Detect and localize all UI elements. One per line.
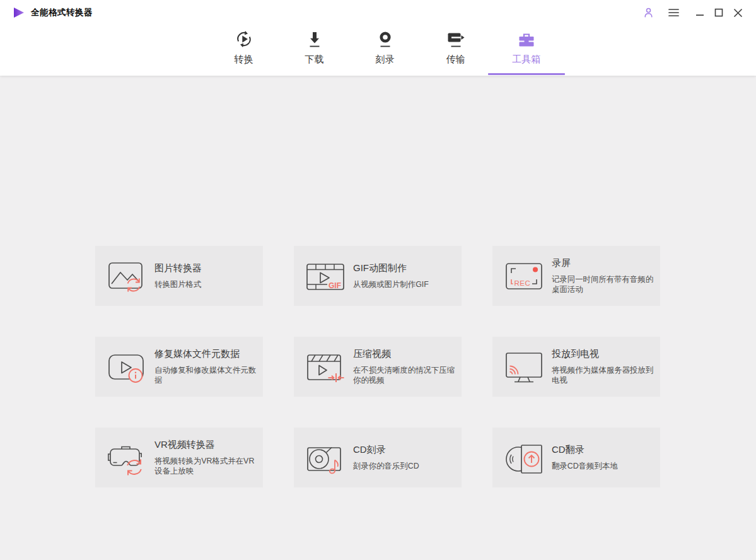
tab-convert-label: 转换 — [235, 54, 253, 66]
tab-download-label: 下载 — [305, 54, 324, 66]
tool-card-vr-converter[interactable]: VR视频转换器 将视频转换为VR格式并在VR设备上放映 — [95, 428, 263, 487]
tool-description: 记录同一时间所有带有音频的桌面活动 — [552, 275, 654, 295]
tool-card-text: VR视频转换器 将视频转换为VR格式并在VR设备上放映 — [154, 439, 257, 476]
tab-transfer-label: 传输 — [446, 54, 465, 66]
titlebar: 全能格式转换器 — [0, 0, 756, 25]
tool-title: VR视频转换器 — [154, 439, 257, 451]
tool-card-text: 压缩视频 在不损失清晰度的情况下压缩你的视频 — [353, 348, 455, 385]
tool-card-text: 投放到电视 将视频作为媒体服务器投放到电视 — [552, 348, 654, 385]
tool-description: 将视频转换为VR格式并在VR设备上放映 — [154, 457, 257, 476]
screen-record-icon: REC — [504, 256, 544, 296]
convert-icon — [235, 30, 253, 49]
tool-description: 转换图片格式 — [154, 280, 202, 290]
burn-icon — [376, 30, 395, 49]
close-icon[interactable] — [730, 4, 746, 21]
tool-card-text: 图片转换器 转换图片格式 — [154, 262, 202, 290]
header: 全能格式转换器 — [0, 0, 756, 76]
tool-card-text: 修复媒体文件元数据 自动修复和修改媒体文件元数据 — [154, 348, 257, 385]
tool-card-screen-record[interactable]: REC 录屏 记录同一时间所有带有音频的桌面活动 — [492, 246, 660, 306]
tool-card-text: CD刻录 刻录你的音乐到CD — [353, 444, 419, 472]
tab-burn-label: 刻录 — [376, 54, 395, 66]
main-nav: 转换 下载 刻录 — [0, 25, 756, 76]
tab-convert[interactable]: 转换 — [209, 25, 279, 76]
tool-description: 刻录你的音乐到CD — [353, 462, 419, 472]
tool-card-text: CD翻录 翻录CD音频到本地 — [552, 444, 618, 472]
menu-icon[interactable] — [665, 4, 682, 21]
svg-text:GIF: GIF — [329, 281, 341, 290]
tool-card-cast-to-tv[interactable]: 投放到电视 将视频作为媒体服务器投放到电视 — [492, 337, 660, 397]
tool-title: 修复媒体文件元数据 — [154, 348, 257, 360]
tab-transfer[interactable]: 传输 — [421, 25, 491, 76]
tab-burn[interactable]: 刻录 — [350, 25, 421, 76]
toolbox-icon — [517, 30, 536, 49]
cd-burn-icon — [305, 438, 346, 478]
fix-metadata-icon — [107, 347, 147, 387]
tool-title: 投放到电视 — [552, 348, 654, 360]
tool-description: 在不损失清晰度的情况下压缩你的视频 — [353, 366, 455, 385]
nav-tabs: 转换 下载 刻录 — [209, 25, 562, 76]
toolbox-panel: 图片转换器 转换图片格式 GIF GIF动图制作 从视频或图片制作GIF — [0, 76, 756, 560]
tool-description: 自动修复和修改媒体文件元数据 — [154, 366, 257, 385]
tool-title: CD刻录 — [353, 444, 419, 456]
tool-description: 从视频或图片制作GIF — [353, 280, 429, 290]
tab-download[interactable]: 下载 — [279, 25, 350, 76]
gif-maker-icon: GIF — [305, 256, 346, 296]
app-title: 全能格式转换器 — [31, 7, 93, 18]
vr-converter-icon — [107, 438, 147, 478]
cast-to-tv-icon — [504, 347, 544, 387]
app-logo-icon — [13, 6, 25, 19]
image-converter-icon — [107, 256, 147, 296]
compress-video-icon — [305, 347, 346, 387]
download-icon — [305, 30, 324, 49]
tool-description: 翻录CD音频到本地 — [552, 462, 618, 472]
tool-title: 录屏 — [552, 257, 654, 269]
tool-card-gif-maker[interactable]: GIF GIF动图制作 从视频或图片制作GIF — [294, 246, 462, 306]
minimize-icon[interactable] — [692, 4, 708, 21]
tool-card-text: 录屏 记录同一时间所有带有音频的桌面活动 — [552, 257, 654, 295]
transfer-icon — [446, 30, 465, 49]
tool-title: 图片转换器 — [154, 262, 202, 274]
tab-toolbox[interactable]: 工具箱 — [491, 25, 562, 76]
tool-title: CD翻录 — [552, 444, 618, 456]
tool-card-image-converter[interactable]: 图片转换器 转换图片格式 — [95, 246, 263, 306]
active-tab-underline — [488, 73, 565, 75]
tool-card-cd-burn[interactable]: CD刻录 刻录你的音乐到CD — [294, 428, 462, 487]
tool-cards-grid: 图片转换器 转换图片格式 GIF GIF动图制作 从视频或图片制作GIF — [95, 246, 660, 487]
tool-card-fix-metadata[interactable]: 修复媒体文件元数据 自动修复和修改媒体文件元数据 — [95, 337, 263, 397]
cd-rip-icon — [504, 438, 544, 478]
app-window: { "window": { "title": "全能格式转换器", "contr… — [0, 0, 756, 560]
tool-title: 压缩视频 — [353, 348, 455, 360]
maximize-icon[interactable] — [711, 4, 727, 21]
tool-title: GIF动图制作 — [353, 262, 429, 274]
tool-card-cd-rip[interactable]: CD翻录 翻录CD音频到本地 — [492, 428, 660, 487]
window-controls — [640, 4, 746, 21]
tool-card-compress-video[interactable]: 压缩视频 在不损失清晰度的情况下压缩你的视频 — [294, 337, 462, 397]
account-icon[interactable] — [640, 4, 656, 21]
svg-text:REC: REC — [515, 279, 531, 286]
tool-card-text: GIF动图制作 从视频或图片制作GIF — [353, 262, 429, 290]
tool-description: 将视频作为媒体服务器投放到电视 — [552, 366, 654, 385]
tab-toolbox-label: 工具箱 — [512, 54, 540, 66]
